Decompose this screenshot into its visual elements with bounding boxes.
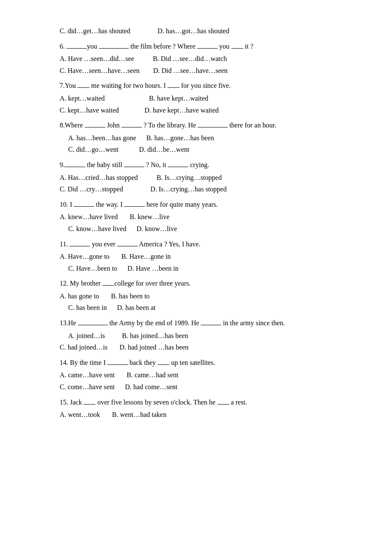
option-d: D. Is…crying…has stopped	[150, 185, 227, 193]
option-row: C. Have…been to D. Have …been in	[68, 263, 332, 274]
question-6-text: 6. you the film before ? Where you it ?	[60, 41, 332, 52]
question-15: 15. Jack over five lessons by seven o'cl…	[60, 397, 332, 420]
option-b: B. came…had sent	[127, 371, 178, 379]
question-6: 6. you the film before ? Where you it ? …	[60, 41, 332, 76]
option-row: A. came…have sent B. came…had sent	[60, 370, 332, 381]
option-d: D. had joined …has been	[119, 344, 188, 351]
option-a: A. Have …seen…did…see	[60, 55, 134, 62]
option-c: C. Have…been to	[68, 265, 117, 272]
option-b: B. have kept…waited	[149, 95, 208, 102]
option-row: A. knew…have lived B. knew…live	[60, 211, 332, 223]
option-row: A. Have …seen…did…see B. Did …see…did…wa…	[60, 53, 332, 64]
question-9: 9. the baby still ? No, it crying. A. Ha…	[60, 159, 332, 195]
option-c: C. has been in	[68, 304, 107, 311]
option-a: A. Has…cried…has stopped	[60, 174, 138, 181]
option-row: A. Has…cried…has stopped B. Is…crying…st…	[60, 172, 332, 183]
option-row: C. has been in D. has been at	[68, 302, 332, 313]
option-row: C. kept…have waited D. have kept…have wa…	[60, 105, 332, 116]
option-b: B. has joined…has been	[122, 332, 188, 339]
option-d: D. know…live	[136, 225, 177, 232]
option-row: C. come…have sent D. had come…sent	[60, 382, 332, 393]
question-10: 10. I the way. I here for quite many yea…	[60, 199, 332, 234]
question-13-options: A. joined…is B. has joined…has been C. h…	[60, 330, 332, 353]
option-c: C. Did …cry…stopped	[60, 185, 123, 193]
content-area: C. did…get…has shouted D. has…got…has sh…	[60, 26, 332, 420]
question-15-text: 15. Jack over five lessons by seven o'cl…	[60, 397, 332, 408]
question-14: 14. By the time I back they up ten satel…	[60, 357, 332, 393]
option-c-text: C. did…get…has shouted	[60, 27, 130, 35]
question-6-options: A. Have …seen…did…see B. Did …see…did…wa…	[60, 53, 332, 76]
question-9-options: A. Has…cried…has stopped B. Is…crying…st…	[60, 172, 332, 195]
question-8-text: 8.Where John ? To the library. He there …	[60, 120, 332, 131]
option-a: A. has…been…has gone	[68, 134, 136, 142]
option-d: D. did…be…went	[139, 146, 189, 153]
question-7: 7.You me waiting for two hours. I for yo…	[60, 80, 332, 116]
option-row: C. Did …cry…stopped D. Is…crying…has sto…	[60, 184, 332, 195]
option-d: D. had come…sent	[125, 383, 177, 390]
question-7-text: 7.You me waiting for two hours. I for yo…	[60, 80, 332, 91]
question-12-text: 12. My brother college for over three ye…	[60, 278, 332, 289]
option-row: A. Have…gone to B. Have…gone in	[60, 251, 332, 262]
option-d: D. has been at	[117, 304, 156, 311]
option-row: A. went…took B. went…had taken	[60, 409, 332, 420]
question-8: 8.Where John ? To the library. He there …	[60, 120, 332, 155]
option-a: A. knew…have lived	[60, 213, 118, 220]
option-d: D. have kept…have waited	[144, 107, 219, 114]
option-d-text: D. has…got…has shouted	[158, 27, 229, 35]
question-11: 11. you ever America ? Yes, I have. A. H…	[60, 239, 332, 274]
option-row: A. joined…is B. has joined…has been	[68, 330, 332, 341]
option-c: C. had joined…is	[60, 344, 107, 351]
option-b: B. went…had taken	[112, 411, 167, 418]
question-12-options: A. has gone to B. has been to C. has bee…	[60, 291, 332, 313]
option-row: C. know…have lived D. know…live	[68, 223, 332, 234]
option-d: D. Did …see…have…seen	[153, 67, 228, 74]
option-b: B. Is…crying…stopped	[157, 174, 222, 181]
question-11-text: 11. you ever America ? Yes, I have.	[60, 239, 332, 250]
option-b: B. Have…gone in	[121, 253, 171, 260]
option-a: A. Have…gone to	[60, 253, 110, 260]
option-b: B. knew…live	[130, 213, 169, 220]
question-10-text: 10. I the way. I here for quite many yea…	[60, 199, 332, 210]
option-row: C. had joined…is D. had joined …has been	[60, 342, 332, 353]
option-c: C. come…have sent	[60, 383, 115, 390]
question-14-text: 14. By the time I back they up ten satel…	[60, 357, 332, 368]
option-a: A. kept…waited	[60, 95, 105, 102]
option-a: A. went…took	[60, 411, 100, 418]
question-11-options: A. Have…gone to B. Have…gone in C. Have……	[60, 251, 332, 274]
option-a: A. joined…is	[68, 332, 105, 339]
question-12: 12. My brother college for over three ye…	[60, 278, 332, 313]
question-10-options: A. knew…have lived B. knew…live C. know……	[60, 211, 332, 234]
option-d: D. Have …been in	[127, 265, 179, 272]
option-a: A. has gone to	[60, 292, 99, 300]
question-9-text: 9. the baby still ? No, it crying.	[60, 159, 332, 171]
option-row: C. did…get…has shouted D. has…got…has sh…	[60, 26, 332, 37]
option-b: B. Did …see…did…watch	[153, 55, 227, 62]
option-row: A. kept…waited B. have kept…waited	[60, 93, 332, 104]
option-row: A. has…been…has gone B. has…gone…has bee…	[68, 133, 332, 144]
question-13: 13.He the Army by the end of 1989. He in…	[60, 318, 332, 353]
option-c: C. Have…seen…have…seen	[60, 67, 140, 74]
option-a: A. came…have sent	[60, 371, 115, 379]
option-b: B. has been to	[111, 292, 150, 300]
option-c: C. did…go…went	[68, 146, 118, 153]
question-8-options: A. has…been…has gone B. has…gone…has bee…	[60, 133, 332, 155]
question-15-options: A. went…took B. went…had taken	[60, 409, 332, 420]
option-c: C. know…have lived	[68, 225, 126, 232]
question-13-text: 13.He the Army by the end of 1989. He in…	[60, 318, 332, 329]
option-row: A. has gone to B. has been to	[60, 291, 332, 302]
option-row: C. Have…seen…have…seen D. Did …see…have……	[60, 65, 332, 76]
option-row: C. did…go…went D. did…be…went	[68, 144, 332, 155]
option-c: C. kept…have waited	[60, 107, 119, 114]
question-7-options: A. kept…waited B. have kept…waited C. ke…	[60, 93, 332, 116]
question-14-options: A. came…have sent B. came…had sent C. co…	[60, 370, 332, 392]
prev-question-cd: C. did…get…has shouted D. has…got…has sh…	[60, 26, 332, 37]
option-b: B. has…gone…has been	[147, 134, 214, 142]
